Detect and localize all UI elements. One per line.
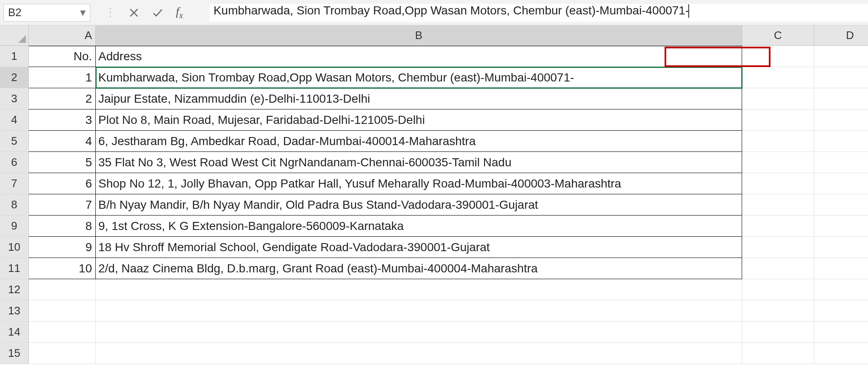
cell-empty[interactable] bbox=[814, 216, 868, 237]
cell-address[interactable]: 2/d, Naaz Cinema Bldg, D.b.marg, Grant R… bbox=[96, 258, 742, 279]
cell-empty[interactable] bbox=[814, 279, 868, 300]
column-headers: A B C D bbox=[29, 25, 868, 46]
grid-row: No.Address bbox=[29, 46, 868, 67]
cell-empty[interactable] bbox=[742, 258, 814, 279]
dropdown-icon[interactable]: ▾ bbox=[80, 6, 86, 19]
cell-empty[interactable] bbox=[814, 109, 868, 131]
row-header[interactable]: 3 bbox=[0, 88, 29, 109]
grid-row: 3Plot No 8, Main Road, Mujesar, Faridaba… bbox=[29, 109, 868, 131]
cell-empty[interactable] bbox=[742, 216, 814, 237]
cell-address[interactable]: Jaipur Estate, Nizammuddin (e)-Delhi-110… bbox=[96, 88, 742, 109]
formula-input[interactable]: Kumbharwada, Sion Trombay Road,Opp Wasan… bbox=[209, 4, 868, 22]
cell-empty[interactable] bbox=[742, 109, 814, 131]
row-header[interactable]: 9 bbox=[0, 216, 29, 237]
cell-address[interactable]: Plot No 8, Main Road, Mujesar, Faridabad… bbox=[96, 109, 742, 131]
cell-empty[interactable] bbox=[742, 279, 814, 300]
cell-address[interactable]: B/h Nyay Mandir, B/h Nyay Mandir, Old Pa… bbox=[96, 194, 742, 216]
cell-address[interactable]: 9, 1st Cross, K G Extension-Bangalore-56… bbox=[96, 216, 742, 237]
cell-empty[interactable] bbox=[96, 322, 742, 343]
name-box[interactable]: B2 ▾ bbox=[3, 4, 90, 22]
grid-row: 535 Flat No 3, West Road West Cit NgrNan… bbox=[29, 152, 868, 173]
cell-empty[interactable] bbox=[814, 237, 868, 258]
row-header[interactable]: 13 bbox=[0, 300, 29, 322]
col-header-A[interactable]: A bbox=[29, 25, 96, 46]
row-header[interactable]: 4 bbox=[0, 109, 29, 131]
col-header-C[interactable]: C bbox=[742, 25, 814, 46]
cell-no[interactable]: 3 bbox=[29, 109, 96, 131]
row-header[interactable]: 5 bbox=[0, 131, 29, 152]
fx-icon[interactable]: fx bbox=[176, 5, 196, 20]
cell-empty[interactable] bbox=[814, 152, 868, 173]
grid[interactable]: A B C D No.Address1Kumbharwada, Sion Tro… bbox=[29, 25, 868, 364]
cancel-icon[interactable] bbox=[128, 7, 139, 18]
cell-empty[interactable] bbox=[742, 237, 814, 258]
cell-empty[interactable] bbox=[814, 300, 868, 322]
row-header[interactable]: 15 bbox=[0, 343, 29, 364]
cell-empty[interactable] bbox=[742, 343, 814, 364]
grid-row: 1Kumbharwada, Sion Trombay Road,Opp Wasa… bbox=[29, 67, 868, 88]
cell-empty[interactable] bbox=[96, 279, 742, 300]
cell-empty[interactable] bbox=[814, 88, 868, 109]
cell-header-no[interactable]: No. bbox=[29, 46, 96, 67]
row-header[interactable]: 10 bbox=[0, 237, 29, 258]
row-header-gutter: 123456789101112131415 bbox=[0, 25, 29, 364]
cell-no[interactable]: 5 bbox=[29, 152, 96, 173]
cell-empty[interactable] bbox=[742, 194, 814, 216]
cell-address[interactable]: Kumbharwada, Sion Trombay Road,Opp Wasan… bbox=[96, 67, 742, 88]
cell-no[interactable]: 7 bbox=[29, 194, 96, 216]
cell-empty[interactable] bbox=[814, 322, 868, 343]
cell-empty[interactable] bbox=[814, 46, 868, 67]
cell-empty[interactable] bbox=[742, 131, 814, 152]
cell-empty[interactable] bbox=[814, 67, 868, 88]
cell-header-address[interactable]: Address bbox=[96, 46, 742, 67]
cell-empty[interactable] bbox=[96, 343, 742, 364]
row-header[interactable]: 14 bbox=[0, 322, 29, 343]
cell-address[interactable]: 35 Flat No 3, West Road West Cit NgrNand… bbox=[96, 152, 742, 173]
cell-empty[interactable] bbox=[742, 300, 814, 322]
cell-empty[interactable] bbox=[814, 343, 868, 364]
row-header[interactable]: 1 bbox=[0, 46, 29, 67]
cell-no[interactable]: 2 bbox=[29, 88, 96, 109]
cell-empty[interactable] bbox=[814, 194, 868, 216]
cell-empty[interactable] bbox=[742, 173, 814, 194]
row-header[interactable]: 2 bbox=[0, 67, 29, 88]
cell-no[interactable]: 10 bbox=[29, 258, 96, 279]
grid-row: 2Jaipur Estate, Nizammuddin (e)-Delhi-11… bbox=[29, 88, 868, 109]
row-header[interactable]: 6 bbox=[0, 152, 29, 173]
cell-address[interactable]: 18 Hv Shroff Memorial School, Gendigate … bbox=[96, 237, 742, 258]
cell-empty[interactable] bbox=[814, 258, 868, 279]
cell-empty[interactable] bbox=[814, 131, 868, 152]
cell-address[interactable]: Shop No 12, 1, Jolly Bhavan, Opp Patkar … bbox=[96, 173, 742, 194]
cell-no[interactable]: 1 bbox=[29, 67, 96, 88]
cell-no[interactable]: 4 bbox=[29, 131, 96, 152]
cell-empty[interactable] bbox=[29, 322, 96, 343]
cell-address[interactable]: 6, Jestharam Bg, Ambedkar Road, Dadar-Mu… bbox=[96, 131, 742, 152]
cell-empty[interactable] bbox=[742, 152, 814, 173]
select-all-corner[interactable] bbox=[0, 25, 29, 46]
cell-empty[interactable] bbox=[29, 279, 96, 300]
spreadsheet-area: 123456789101112131415 A B C D No.Address… bbox=[0, 25, 868, 364]
cell-empty[interactable] bbox=[742, 46, 814, 67]
cell-empty[interactable] bbox=[742, 67, 814, 88]
col-header-D[interactable]: D bbox=[814, 25, 868, 46]
separator: ⋮ bbox=[104, 6, 117, 19]
cell-empty[interactable] bbox=[814, 173, 868, 194]
row-header[interactable]: 11 bbox=[0, 258, 29, 279]
row-header[interactable]: 12 bbox=[0, 279, 29, 300]
cell-no[interactable]: 6 bbox=[29, 173, 96, 194]
name-box-value: B2 bbox=[8, 6, 22, 19]
row-header[interactable]: 7 bbox=[0, 173, 29, 194]
cell-empty[interactable] bbox=[29, 343, 96, 364]
cell-empty[interactable] bbox=[96, 300, 742, 322]
enter-icon[interactable] bbox=[151, 7, 164, 18]
text-caret bbox=[688, 4, 689, 18]
grid-row: 6Shop No 12, 1, Jolly Bhavan, Opp Patkar… bbox=[29, 173, 868, 194]
cell-empty[interactable] bbox=[742, 88, 814, 109]
col-header-B[interactable]: B bbox=[96, 25, 742, 46]
cell-empty[interactable] bbox=[742, 322, 814, 343]
row-header[interactable]: 8 bbox=[0, 194, 29, 216]
cell-no[interactable]: 9 bbox=[29, 237, 96, 258]
grid-row bbox=[29, 343, 868, 364]
cell-empty[interactable] bbox=[29, 300, 96, 322]
cell-no[interactable]: 8 bbox=[29, 216, 96, 237]
